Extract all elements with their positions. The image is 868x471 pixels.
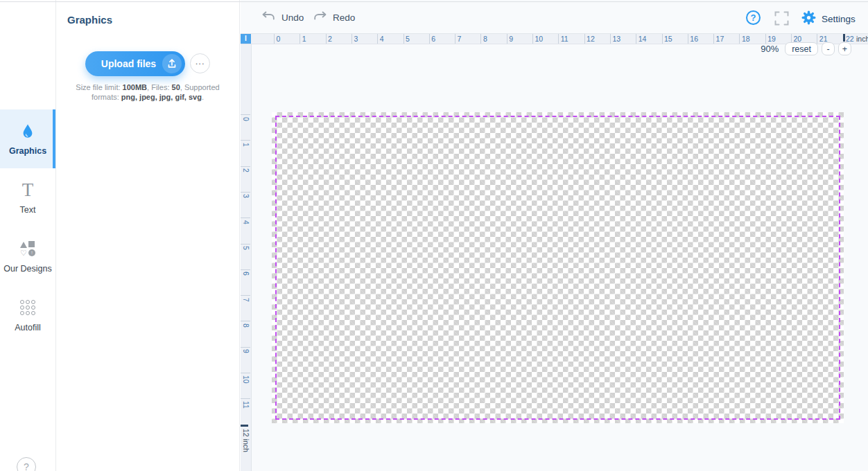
v-ruler-edge-label: 12 inch	[242, 429, 250, 452]
h-ruler-label: 3	[354, 35, 358, 43]
canvas-bottom-edge-marker	[241, 425, 248, 427]
v-ruler-label: 7	[242, 298, 250, 302]
h-ruler-tick	[351, 34, 352, 44]
upload-icon	[162, 54, 182, 73]
h-ruler-tick	[713, 34, 714, 44]
h-ruler-tick	[507, 34, 507, 44]
v-ruler-label: 3	[242, 194, 250, 198]
v-ruler-tick	[241, 347, 250, 348]
v-ruler-tick	[241, 166, 250, 167]
settings-label: Settings	[822, 14, 856, 24]
zoom-out-button[interactable]: -	[822, 42, 835, 55]
h-ruler-tick	[558, 34, 559, 44]
h-ruler-label: 9	[509, 35, 513, 43]
gear-icon	[801, 10, 816, 27]
v-ruler-label: 4	[242, 220, 250, 224]
v-ruler-tick	[241, 373, 250, 373]
v-ruler-label: 9	[242, 349, 250, 353]
sidebar-nav: Graphics T Text ♡↑ Our Designs Autofill	[0, 109, 55, 345]
h-ruler-tick	[480, 34, 481, 44]
v-ruler-tick	[241, 114, 250, 115]
h-ruler-tick	[300, 34, 300, 44]
h-ruler-label: 16	[690, 35, 698, 43]
zoom-controls: 90% reset - +	[761, 42, 851, 55]
zoom-in-button[interactable]: +	[838, 42, 851, 55]
h-ruler-tick	[377, 34, 378, 44]
canvas-right-edge-marker	[843, 34, 845, 42]
zoom-level: 90%	[761, 44, 779, 54]
upload-files-button[interactable]: Upload files	[85, 51, 185, 76]
h-ruler-unit-label: inch	[856, 35, 868, 43]
v-ruler-label: 0	[242, 117, 250, 121]
h-ruler-label: 5	[406, 35, 410, 43]
sidebar-item-graphics[interactable]: Graphics	[0, 109, 55, 168]
v-ruler-tick	[241, 398, 250, 399]
undo-icon	[261, 11, 276, 24]
h-ruler-tick	[739, 34, 740, 44]
v-ruler-tick	[241, 192, 250, 193]
sidebar-item-autofill[interactable]: Autofill	[0, 286, 55, 345]
h-ruler-tick	[429, 34, 430, 44]
h-ruler-label: 13	[612, 35, 620, 43]
vertical-ruler: 12 inch 01234567891011	[241, 44, 252, 471]
droplet-icon	[21, 122, 35, 140]
upload-row: Upload files ...	[56, 51, 239, 76]
editor-area: Undo Redo ?	[241, 0, 868, 471]
v-ruler-tick	[241, 140, 250, 141]
text-icon: T	[22, 181, 34, 199]
v-ruler-label: 2	[242, 168, 250, 172]
redo-icon	[313, 11, 327, 24]
sidebar-item-label: Text	[20, 205, 36, 215]
h-ruler-tick	[636, 34, 636, 44]
undo-label: Undo	[281, 12, 304, 23]
h-ruler-tick	[403, 34, 404, 44]
h-ruler-label: 21	[819, 35, 828, 43]
h-ruler-label: 10	[535, 35, 544, 43]
zoom-reset-button[interactable]: reset	[785, 42, 818, 55]
h-ruler-label: 18	[742, 35, 750, 43]
upload-button-label: Upload files	[101, 58, 156, 69]
h-ruler-tick	[274, 34, 275, 44]
v-ruler-tick	[241, 269, 250, 270]
sidebar-item-text[interactable]: T Text	[0, 168, 55, 227]
v-ruler-label: 11	[242, 401, 250, 409]
h-ruler-tick	[532, 34, 533, 44]
v-ruler-label: 5	[242, 246, 250, 250]
h-ruler-label: 15	[664, 35, 672, 43]
question-mark-icon: ?	[751, 12, 756, 23]
v-ruler-label: 10	[242, 375, 250, 384]
upload-limits-text: Size file limit: 100MB, Files: 50, Suppo…	[73, 83, 222, 102]
fullscreen-button[interactable]	[774, 11, 789, 28]
settings-button[interactable]: Settings	[801, 10, 856, 27]
ellipsis-icon: ...	[196, 57, 205, 66]
v-ruler-label: 1	[242, 143, 250, 147]
h-ruler-label: 20	[794, 35, 802, 43]
v-ruler-label: 6	[242, 272, 250, 276]
help-button-bottom[interactable]: ?	[17, 457, 36, 471]
graphics-panel: Graphics Upload files ... Size file limi…	[56, 0, 240, 471]
v-ruler-tick	[241, 217, 250, 218]
redo-label: Redo	[333, 12, 355, 23]
v-ruler-tick	[241, 244, 250, 245]
h-ruler-label: 11	[561, 35, 568, 43]
panel-title: Graphics	[67, 14, 112, 26]
h-ruler-tick	[688, 34, 688, 44]
canvas-trim-border	[275, 116, 840, 420]
h-ruler-label: 8	[483, 35, 487, 43]
help-button-top[interactable]: ?	[746, 10, 761, 25]
redo-button[interactable]: Redo	[313, 11, 355, 24]
question-mark-icon: ?	[24, 461, 29, 471]
h-ruler-label: 17	[716, 35, 724, 43]
canvas-transparent-artboard[interactable]	[272, 112, 844, 423]
sidebar-item-our-designs[interactable]: ♡↑ Our Designs	[0, 227, 55, 286]
h-ruler-tick	[455, 34, 455, 44]
icon-sidebar: Graphics T Text ♡↑ Our Designs Autofill …	[0, 0, 56, 471]
h-ruler-tick	[584, 34, 585, 44]
h-ruler-label: 1	[302, 35, 306, 43]
h-ruler-label: 4	[380, 35, 384, 43]
h-ruler-label: 19	[767, 35, 776, 43]
h-ruler-label: 14	[639, 35, 647, 43]
undo-button[interactable]: Undo	[261, 11, 304, 24]
h-ruler-label: 7	[458, 35, 462, 43]
more-options-button[interactable]: ...	[190, 53, 210, 73]
